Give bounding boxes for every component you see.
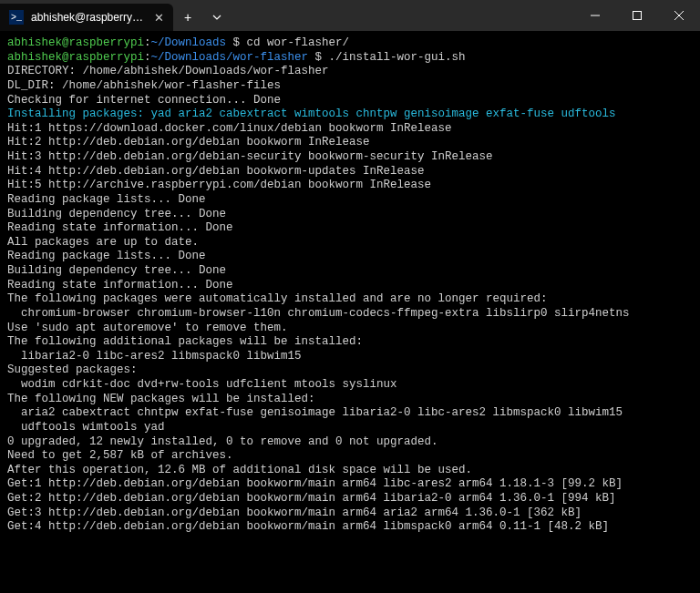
output-line: The following additional packages will b… <box>7 335 693 350</box>
output-line: wodim cdrkit-doc dvd+rw-tools udfclient … <box>7 378 693 393</box>
output-line: Installing packages: yad aria2 cabextrac… <box>7 107 693 122</box>
output-line: Reading package lists... Done <box>7 250 693 264</box>
prompt-user: abhishek@raspberrypi <box>7 36 144 49</box>
output-line: The following packages were automaticall… <box>7 292 693 307</box>
chevron-down-icon <box>212 15 221 20</box>
prompt-dollar: $ <box>315 51 329 64</box>
maximize-icon <box>633 11 642 20</box>
title-bar: >_ abhishek@raspberrypi: ~/Dow ✕ + <box>0 0 700 31</box>
output-line: libaria2-0 libc-ares2 libmspack0 libwim1… <box>7 350 693 364</box>
output-line: Building dependency tree... Done <box>7 264 693 279</box>
terminal-tab[interactable]: >_ abhishek@raspberrypi: ~/Dow ✕ <box>0 4 173 31</box>
output-line: Get:3 http://deb.debian.org/debian bookw… <box>7 506 693 521</box>
maximize-button[interactable] <box>616 0 658 31</box>
prompt-path: ~/Downloads <box>151 36 233 49</box>
new-tab-button[interactable]: + <box>173 4 202 31</box>
tab-dropdown-button[interactable] <box>202 4 232 31</box>
output-line: Suggested packages: <box>7 363 693 378</box>
output-line: Need to get 2,587 kB of archives. <box>7 449 693 464</box>
output-line: Get:2 http://deb.debian.org/debian bookw… <box>7 492 693 506</box>
command-text: ./install-wor-gui.sh <box>329 51 466 64</box>
prompt-line: abhishek@raspberrypi:~/Downloads/wor-fla… <box>7 51 693 66</box>
output-line: All packages are up to date. <box>7 236 693 250</box>
output-line: 0 upgraded, 12 newly installed, 0 to rem… <box>7 435 693 450</box>
prompt-user: abhishek@raspberrypi <box>7 51 144 64</box>
output-line: After this operation, 12.6 MB of additio… <box>7 464 693 478</box>
output-line: DIRECTORY: /home/abhishek/Downloads/wor-… <box>7 65 693 79</box>
prompt-line: abhishek@raspberrypi:~/Downloads $ cd wo… <box>7 36 693 51</box>
prompt-path: ~/Downloads/wor-flasher <box>151 51 315 64</box>
output-line: DL_DIR: /home/abhishek/wor-flasher-files <box>7 79 693 94</box>
output-line: Hit:5 http://archive.raspberrypi.com/deb… <box>7 179 693 193</box>
output-line: Hit:3 http://deb.debian.org/debian-secur… <box>7 150 693 165</box>
terminal-output[interactable]: abhishek@raspberrypi:~/Downloads $ cd wo… <box>0 31 700 593</box>
svg-rect-1 <box>633 12 642 20</box>
prompt-dollar: $ <box>233 36 247 49</box>
output-line: Reading package lists... Done <box>7 193 693 208</box>
prompt-colon: : <box>144 36 151 49</box>
output-line: Hit:1 https://download.docker.com/linux/… <box>7 122 693 137</box>
output-line: Hit:4 http://deb.debian.org/debian bookw… <box>7 165 693 179</box>
minimize-button[interactable] <box>574 0 616 31</box>
output-line: Building dependency tree... Done <box>7 208 693 222</box>
output-line: Get:1 http://deb.debian.org/debian bookw… <box>7 477 693 492</box>
output-line: chromium-browser chromium-browser-l10n c… <box>7 307 693 322</box>
command-text: cd wor-flasher/ <box>247 36 350 49</box>
output-line: udftools wimtools yad <box>7 421 693 435</box>
tab-title: abhishek@raspberrypi: ~/Dow <box>31 11 144 24</box>
close-icon <box>674 11 684 20</box>
output-line: Reading state information... Done <box>7 279 693 293</box>
tab-close-button[interactable]: ✕ <box>151 10 166 25</box>
output-line: Reading state information... Done <box>7 221 693 236</box>
prompt-colon: : <box>144 51 151 64</box>
minimize-icon <box>591 11 600 20</box>
close-window-button[interactable] <box>658 0 700 31</box>
output-line: Use 'sudo apt autoremove' to remove them… <box>7 322 693 336</box>
output-line: The following NEW packages will be insta… <box>7 393 693 407</box>
output-line: Checking for internet connection... Done <box>7 94 693 108</box>
output-line: Hit:2 http://deb.debian.org/debian bookw… <box>7 136 693 150</box>
title-bar-spacer <box>232 0 574 31</box>
output-line: aria2 cabextract chntpw exfat-fuse genis… <box>7 406 693 421</box>
powershell-icon: >_ <box>9 10 24 25</box>
output-line: Get:4 http://deb.debian.org/debian bookw… <box>7 520 693 535</box>
